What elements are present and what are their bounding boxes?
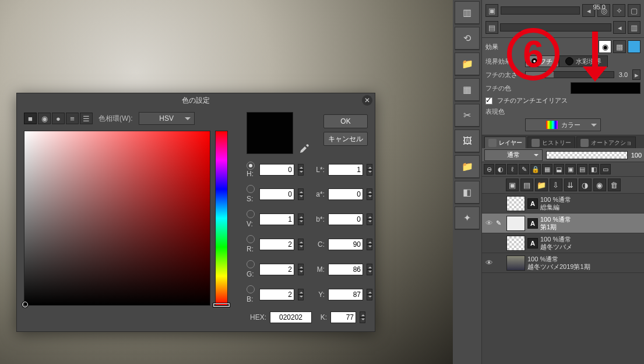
input-s[interactable]: [259, 188, 294, 200]
input-r[interactable]: [259, 239, 294, 250]
toolprop2-icon-1[interactable]: ▤: [485, 21, 498, 34]
dialog-titlebar[interactable]: 色の設定 ✕: [17, 93, 375, 107]
tab-history[interactable]: ヒストリー: [527, 136, 575, 148]
eyedropper-icon[interactable]: [299, 144, 309, 154]
toolprop-icon-box[interactable]: ▢: [628, 4, 641, 17]
lt-lock[interactable]: 🔒: [530, 164, 541, 174]
input-v[interactable]: [259, 214, 294, 225]
visibility-toggle[interactable]: 👁: [484, 258, 494, 268]
dock-btn-4[interactable]: ▦: [455, 78, 480, 102]
lt-9[interactable]: ▤: [577, 164, 587, 174]
input-a[interactable]: [328, 188, 363, 200]
hue-slider[interactable]: [215, 131, 228, 306]
lt-11[interactable]: ▭: [600, 164, 611, 174]
lt-4[interactable]: ✎: [519, 164, 529, 174]
spin-m[interactable]: [367, 264, 372, 275]
thickness-stepper[interactable]: ▸: [632, 69, 641, 80]
tab-layer[interactable]: レイヤー: [484, 136, 526, 148]
radio-g[interactable]: [247, 260, 255, 268]
picker-mode-square-icon[interactable]: ■: [24, 113, 37, 124]
merge-icon[interactable]: ⇊: [564, 178, 577, 191]
close-icon[interactable]: ✕: [362, 95, 372, 106]
effect-checker-icon[interactable]: ▩: [613, 40, 626, 53]
dock-btn-5[interactable]: ✂: [455, 104, 480, 127]
spin-a[interactable]: [367, 188, 372, 200]
radio-b[interactable]: [247, 285, 255, 293]
lt-3[interactable]: ℓ: [507, 164, 518, 174]
lt-7[interactable]: ⬓: [554, 164, 564, 174]
spin-v[interactable]: [298, 214, 304, 225]
spin-s[interactable]: [298, 188, 304, 200]
visibility-toggle[interactable]: [484, 239, 494, 248]
visibility-toggle[interactable]: 👁: [484, 219, 494, 228]
dock-btn-pose[interactable]: ✦: [455, 206, 480, 230]
radio-r[interactable]: [247, 235, 255, 243]
dock-btn-folder1[interactable]: 📁: [455, 52, 480, 76]
spin-g[interactable]: [298, 264, 304, 275]
brush-size-slider[interactable]: [501, 6, 580, 15]
new-layer-icon[interactable]: ▣: [506, 178, 519, 191]
delete-layer-icon[interactable]: 🗑: [608, 178, 621, 191]
spin-r[interactable]: [298, 239, 304, 250]
mask2-icon[interactable]: ◉: [593, 178, 606, 191]
lt-1[interactable]: ⊖: [484, 164, 494, 174]
picker-mode-list-icon[interactable]: ☰: [80, 113, 93, 124]
spin-l[interactable]: [367, 164, 372, 176]
lt-2[interactable]: ◐: [495, 164, 506, 174]
input-c[interactable]: [328, 239, 363, 250]
lt-6[interactable]: ▦: [542, 164, 552, 174]
dock-btn-image[interactable]: 🖼: [455, 130, 480, 153]
input-k[interactable]: [330, 312, 356, 323]
mask-icon[interactable]: ◑: [579, 178, 592, 191]
input-b[interactable]: [259, 289, 294, 300]
spin-k[interactable]: [360, 312, 365, 323]
spin-y[interactable]: [367, 289, 372, 300]
saturation-value-area[interactable]: [24, 131, 210, 306]
visibility-toggle[interactable]: [484, 199, 494, 208]
lt-8[interactable]: ▣: [565, 164, 576, 174]
input-b-lab[interactable]: [328, 214, 363, 225]
picker-mode-bars-icon[interactable]: ≡: [66, 113, 79, 124]
layer-list[interactable]: A 100 %通常総集編 👁 ✎ A 100 %通常第1期 A 100 %通常越…: [482, 194, 644, 364]
input-g[interactable]: [259, 264, 294, 275]
spin-b[interactable]: [298, 289, 304, 300]
blend-mode-select[interactable]: 通常: [484, 149, 543, 161]
input-y[interactable]: [328, 289, 363, 300]
layer-row[interactable]: A 100 %通常越冬ツバメ: [482, 233, 644, 253]
dock-btn-1[interactable]: ▥: [455, 1, 480, 24]
spin-h[interactable]: [298, 164, 304, 176]
new-folder-icon[interactable]: 📁: [535, 178, 548, 191]
toolprop2-icon-2[interactable]: ▥: [628, 21, 641, 34]
color-model-select[interactable]: HSV: [139, 112, 195, 125]
toolprop-icon-1[interactable]: ▣: [485, 4, 498, 17]
new-layer2-icon[interactable]: ▤: [520, 178, 533, 191]
dock-btn-2[interactable]: ⟲: [455, 27, 480, 50]
effect-color-chip[interactable]: [628, 40, 641, 53]
transfer-icon[interactable]: ⇩: [550, 178, 562, 191]
toolprop-slider-2[interactable]: [500, 23, 611, 32]
input-m[interactable]: [328, 264, 363, 275]
ok-button[interactable]: OK: [323, 114, 368, 128]
lt-10[interactable]: ◧: [589, 164, 599, 174]
input-h[interactable]: [259, 164, 294, 176]
layer-row[interactable]: A 100 %通常総集編: [482, 194, 644, 214]
radio-s[interactable]: [247, 185, 255, 193]
cancel-button[interactable]: キャンセル: [323, 132, 368, 146]
picker-mode-sphere-icon[interactable]: ●: [52, 113, 65, 124]
spin-c[interactable]: [367, 239, 372, 250]
dock-btn-folder2[interactable]: 📁: [455, 155, 480, 178]
spin-b-lab[interactable]: [367, 214, 372, 225]
antialias-checkbox[interactable]: [485, 97, 492, 104]
opacity-slider[interactable]: [546, 151, 628, 159]
layer-row[interactable]: 👁 ✎ A 100 %通常第1期: [482, 214, 644, 233]
hex-input[interactable]: [270, 312, 312, 323]
picker-mode-ring-icon[interactable]: ◉: [38, 113, 51, 124]
layer-row[interactable]: 👁 100 %通常越冬ツバメ2019第1期: [482, 253, 644, 273]
toolprop-icon-sparkle[interactable]: ✧: [613, 4, 625, 17]
dock-btn-cube[interactable]: ◧: [455, 181, 480, 204]
express-color-select[interactable]: カラー: [525, 118, 601, 131]
input-l[interactable]: [328, 164, 363, 176]
radio-v[interactable]: [247, 210, 255, 218]
radio-h[interactable]: [247, 162, 255, 170]
toolprop2-icon-back[interactable]: ◂: [613, 21, 626, 34]
